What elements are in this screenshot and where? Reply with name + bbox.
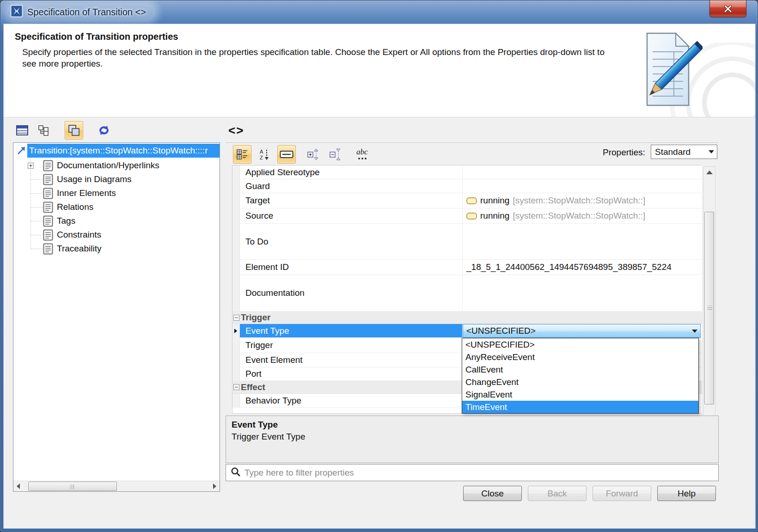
document-page-icon: [43, 215, 53, 229]
expand-plus-icon[interactable]: [28, 163, 34, 169]
document-page-icon: [43, 229, 53, 243]
categorized-view-icon: [236, 149, 248, 160]
table-vertical-scrollbar[interactable]: [703, 166, 715, 425]
tree-item-constraints[interactable]: Constraints: [13, 228, 220, 242]
header-panel: Specification of Transition properties S…: [4, 24, 755, 117]
tree-item-traceability[interactable]: Traceability: [13, 242, 220, 256]
chevron-down-icon: [706, 150, 717, 153]
dropdown-option[interactable]: AnyReceiveEvent: [462, 351, 698, 363]
table-row[interactable]: Guard: [232, 179, 702, 193]
help-button[interactable]: Help: [657, 486, 716, 501]
dialog-body: Specification of Transition properties S…: [3, 24, 756, 529]
close-button[interactable]: Close: [463, 486, 522, 501]
close-icon: [724, 5, 732, 12]
specification-dialog: Specification of Transition <> Specifica…: [0, 0, 758, 532]
svg-text:Z: Z: [260, 155, 263, 160]
transition-arrow-icon: [16, 145, 27, 158]
filter-properties-box: [226, 464, 719, 481]
dropdown-option[interactable]: CallEvent: [462, 363, 698, 376]
table-view-button[interactable]: [13, 121, 31, 140]
dropdown-option[interactable]: <UNSPECIFIED>: [462, 338, 698, 351]
filter-input[interactable]: [245, 468, 718, 478]
element-tree: Transition:[system::StopWatch::StopWatch…: [13, 142, 220, 492]
sort-alphabetically-button[interactable]: A Z: [255, 145, 274, 164]
close-window-button[interactable]: [709, 0, 746, 17]
svg-text:A: A: [260, 149, 263, 154]
tree-toolbar: [13, 121, 113, 141]
dropdown-option-highlighted[interactable]: TimeEvent: [462, 401, 698, 413]
app-icon[interactable]: [10, 5, 23, 19]
search-icon: [231, 467, 241, 479]
show-description-button[interactable]: abc: [354, 145, 373, 164]
tree-item-usage-in-diagrams[interactable]: Usage in Diagrams: [13, 172, 220, 186]
vertical-scroll-thumb[interactable]: [704, 212, 714, 404]
compare-view-button[interactable]: [65, 121, 83, 140]
tree-item-relations[interactable]: Relations: [13, 200, 220, 214]
properties-mode-select[interactable]: Standard: [651, 145, 717, 159]
tree-root-label: Transition:[system::StopWatch::StopWatch…: [27, 144, 220, 158]
table-row[interactable]: Target running [system::StopWatch::StopW…: [232, 193, 702, 208]
collapse-minus-icon[interactable]: [233, 384, 239, 390]
scroll-left-button[interactable]: [13, 481, 23, 491]
table-row[interactable]: To Do: [232, 224, 702, 260]
state-path: [system::StopWatch::StopWatch::]: [513, 211, 645, 221]
tree-item-inner-elements[interactable]: Inner Elements: [13, 186, 220, 200]
back-button: Back: [528, 486, 587, 501]
event-type-dropdown-list: <UNSPECIFIED> AnyReceiveEvent CallEvent …: [462, 338, 699, 414]
show-description-icon: abc: [355, 148, 371, 161]
group-header-trigger[interactable]: Trigger: [232, 312, 702, 324]
refresh-icon: [98, 124, 110, 136]
table-view-icon: [16, 125, 28, 135]
event-type-value: <UNSPECIFIED>: [463, 326, 689, 336]
table-row[interactable]: Element ID _18_5_1_24400562_149445769489…: [232, 260, 702, 275]
scroll-up-button[interactable]: [703, 167, 715, 178]
table-row[interactable]: Source running [system::StopWatch::StopW…: [232, 208, 702, 224]
state-value: running: [480, 211, 509, 221]
document-page-icon: [43, 202, 53, 215]
state-icon: [466, 213, 477, 220]
tree-root-row[interactable]: Transition:[system::StopWatch::StopWatch…: [13, 144, 220, 158]
value-editor-icon: [280, 149, 293, 159]
categorized-view-button[interactable]: [233, 145, 251, 164]
tree-view-button[interactable]: [35, 121, 53, 140]
document-pencil-icon: [635, 31, 703, 114]
titlebar[interactable]: Specification of Transition <>: [0, 0, 758, 24]
svg-text:abc: abc: [356, 148, 368, 156]
expand-nodes-button[interactable]: [304, 145, 323, 164]
state-icon: [466, 197, 477, 204]
table-row-event-type[interactable]: Event Type <UNSPECIFIED>: [232, 324, 702, 338]
collapse-minus-icon[interactable]: [233, 315, 239, 321]
element-id-value: _18_5_1_24400562_1494457694895_389857_52…: [466, 262, 672, 272]
forward-button: Forward: [593, 486, 651, 501]
selected-row-marker-icon: [234, 329, 237, 333]
window-title: Specification of Transition <>: [27, 7, 146, 18]
tree-view-icon: [38, 125, 50, 136]
document-page-icon: [43, 160, 53, 173]
chevron-down-icon: [689, 330, 700, 333]
refresh-button[interactable]: [95, 121, 113, 140]
toolbar-separator: [226, 142, 719, 143]
properties-toolbar: A Z: [233, 145, 373, 164]
scroll-right-button[interactable]: [210, 481, 220, 491]
tree-item-tags[interactable]: Tags: [13, 214, 220, 228]
table-row[interactable]: Documentation: [232, 275, 702, 312]
document-page-icon: [43, 174, 53, 187]
tree-horizontal-scrollbar[interactable]: [13, 481, 220, 491]
collapse-nodes-button[interactable]: [326, 145, 345, 164]
horizontal-scroll-thumb[interactable]: [28, 482, 117, 491]
sort-alphabetically-icon: A Z: [258, 148, 270, 160]
copy-view-icon: [68, 124, 80, 136]
title-pill: Specification of Transition <>: [6, 3, 155, 21]
table-row[interactable]: Applied Stereotype: [232, 165, 702, 179]
tree-item-documentation[interactable]: Documentation/Hyperlinks: [13, 159, 220, 172]
dropdown-option[interactable]: SignalEvent: [462, 388, 698, 401]
dropdown-option[interactable]: ChangeEvent: [462, 376, 698, 388]
collapse-nodes-icon: [329, 148, 342, 160]
document-page-icon: [43, 243, 53, 257]
page-title: Specification of Transition properties: [15, 31, 178, 42]
value-editor-button[interactable]: [277, 145, 296, 164]
event-type-select[interactable]: <UNSPECIFIED>: [463, 324, 701, 338]
state-path: [system::StopWatch::StopWatch::]: [513, 196, 645, 206]
expand-nodes-icon: [307, 148, 320, 160]
document-page-icon: [43, 188, 53, 201]
